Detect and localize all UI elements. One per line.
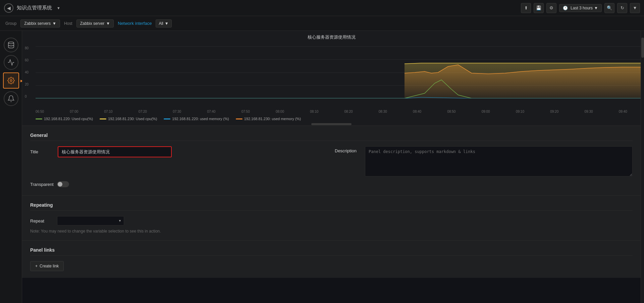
top-header: ◀ 知识点管理系统 ▼ ⬆ 💾 ⚙ 🕐 Last 3 hours ▼ 🔍 ↻ ▼ <box>0 0 644 16</box>
clock-icon: 🕐 <box>563 6 568 10</box>
x-label-0830: 08:30 <box>379 110 387 113</box>
network-interface-label: Network interface <box>118 21 152 26</box>
legend-dot-4 <box>236 118 243 119</box>
sidebar <box>0 31 22 303</box>
general-section-title: General <box>30 133 633 141</box>
zabbix-server-filter[interactable]: Zabbix server ▼ <box>76 19 114 28</box>
y-label-20: 20 <box>25 83 29 86</box>
header-left: ◀ 知识点管理系统 ▼ <box>4 3 60 13</box>
legend-dot-3 <box>164 118 170 119</box>
all-arrow: ▼ <box>165 21 169 26</box>
refresh-dropdown[interactable]: ▼ <box>630 3 640 13</box>
chart-x-labels: 06:50 07:00 07:10 07:20 07:30 07:40 07:5… <box>22 108 641 115</box>
refresh-dropdown-arrow: ▼ <box>633 5 637 10</box>
repeat-note: Note: You may need to change the variabl… <box>30 229 633 234</box>
app-title: 知识点管理系统 <box>17 5 52 11</box>
zabbix-servers-arrow: ▼ <box>52 21 56 26</box>
x-label-0940: 09:40 <box>619 110 627 113</box>
header-right: ⬆ 💾 ⚙ 🕐 Last 3 hours ▼ 🔍 ↻ ▼ <box>521 3 640 13</box>
x-label-0740: 07:40 <box>207 110 215 113</box>
title-input[interactable] <box>58 146 172 157</box>
search-button[interactable]: 🔍 <box>604 3 614 13</box>
y-label-60: 60 <box>25 58 29 62</box>
time-range-selector[interactable]: 🕐 Last 3 hours ▼ <box>559 4 602 12</box>
transparent-row: Transparent <box>30 181 633 187</box>
repeating-section-title: Repeating <box>30 202 633 211</box>
x-label-0840: 08:40 <box>413 110 421 113</box>
description-textarea[interactable] <box>365 146 633 176</box>
legend-item-1: 192.168.81.220: Used cpu(%) <box>36 117 93 121</box>
repeat-select-wrapper <box>57 216 124 225</box>
x-label-0820: 08:20 <box>344 110 353 113</box>
legend-item-2: 192.168.81.230: Used cpu(%) <box>100 117 157 121</box>
y-label-0: 0 <box>25 95 29 98</box>
chart-scrollbar[interactable] <box>22 123 641 125</box>
chart-legend: 192.168.81.220: Used cpu(%) 192.168.81.2… <box>22 115 641 123</box>
x-label-0930: 09:30 <box>585 110 593 113</box>
back-button[interactable]: ◀ <box>4 3 13 13</box>
sidebar-item-database[interactable] <box>4 38 18 52</box>
chart-scrollbar-thumb[interactable] <box>311 123 352 125</box>
share-icon: ⬆ <box>524 5 528 10</box>
x-label-0850: 08:50 <box>447 110 455 113</box>
main-layout: 核心服务器资源使用情况 80 60 40 20 0 <box>0 31 644 303</box>
all-filter-button[interactable]: All ▼ <box>156 19 171 28</box>
y-label-80: 80 <box>25 46 29 50</box>
group-filter-label: Group <box>5 21 16 26</box>
x-label-0710: 07:10 <box>104 110 113 113</box>
refresh-button[interactable]: ↻ <box>617 3 627 13</box>
chart-area: 80 60 40 20 0 <box>22 43 641 108</box>
legend-label-2: 192.168.81.230: Used cpu(%) <box>108 117 157 121</box>
repeat-row: Repeat <box>30 216 633 225</box>
title-label: Title <box>30 149 54 154</box>
x-label-0910: 09:10 <box>516 110 524 113</box>
app-title-dropdown[interactable]: ▼ <box>57 6 60 10</box>
host-filter-label: Host <box>64 21 72 26</box>
legend-dot-2 <box>100 118 106 119</box>
zabbix-server-arrow: ▼ <box>106 21 110 26</box>
save-icon: 💾 <box>536 5 541 10</box>
create-link-plus-icon: + <box>35 264 38 268</box>
chart-y-labels: 80 60 40 20 0 <box>25 46 29 98</box>
legend-label-4: 192.168.81.230: used memory (%) <box>244 117 301 121</box>
transparent-toggle[interactable] <box>57 181 69 187</box>
repeat-label: Repeat <box>30 218 54 223</box>
create-link-label: Create link <box>40 264 59 268</box>
settings-icon: ⚙ <box>549 5 553 10</box>
legend-label-3: 192.168.81.220: used memory (%) <box>172 117 229 121</box>
repeat-select[interactable] <box>57 216 124 225</box>
share-button[interactable]: ⬆ <box>521 3 531 13</box>
description-label: Description <box>335 146 362 153</box>
search-icon: 🔍 <box>607 5 612 10</box>
x-label-0650: 06:50 <box>36 110 44 113</box>
legend-item-4: 192.168.81.230: used memory (%) <box>236 117 301 121</box>
zabbix-server-label: Zabbix server <box>80 21 105 26</box>
repeating-section: Repeating Repeat Note: You may need to c… <box>22 195 641 240</box>
sidebar-item-chart[interactable] <box>4 55 18 70</box>
right-scrollbar-thumb[interactable] <box>641 38 644 58</box>
x-label-0810: 08:10 <box>310 110 318 113</box>
all-label: All <box>159 21 163 26</box>
svg-point-1 <box>10 80 12 82</box>
x-label-0700: 07:00 <box>70 110 78 113</box>
x-label-0900: 09:00 <box>482 110 490 113</box>
settings-button[interactable]: ⚙ <box>546 3 556 13</box>
zabbix-servers-filter[interactable]: Zabbix servers ▼ <box>20 19 60 28</box>
title-description-row: Title Description <box>30 146 633 176</box>
sidebar-item-alerts[interactable] <box>4 91 18 106</box>
panel-links-title: Panel links <box>30 247 633 256</box>
x-label-0730: 07:30 <box>173 110 181 113</box>
refresh-icon: ↻ <box>621 5 624 10</box>
save-button[interactable]: 💾 <box>534 3 544 13</box>
sidebar-item-settings[interactable] <box>3 72 19 89</box>
time-range-label: Last 3 hours <box>571 6 593 10</box>
general-section: General Title Description Transparent <box>22 126 641 195</box>
filter-bar: Group Zabbix servers ▼ Host Zabbix serve… <box>0 16 644 31</box>
legend-dot-1 <box>36 118 42 119</box>
content-area: 核心服务器资源使用情况 80 60 40 20 0 <box>22 31 641 303</box>
x-label-0720: 07:20 <box>139 110 147 113</box>
x-label-0800: 08:00 <box>276 110 284 113</box>
right-scrollbar[interactable] <box>641 31 644 303</box>
create-link-button[interactable]: + Create link <box>30 261 64 271</box>
zabbix-servers-label: Zabbix servers <box>24 21 51 26</box>
